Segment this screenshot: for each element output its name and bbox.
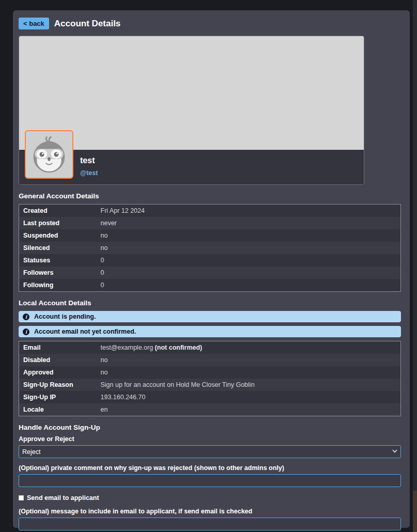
scrollbar-track[interactable] <box>413 0 417 532</box>
approve-reject-select-wrap: Reject <box>19 445 401 458</box>
notice-text: Account email not yet confirmed. <box>34 328 136 335</box>
table-row: Sign-Up ReasonSign up for an account on … <box>19 379 401 391</box>
page-header: < back Account Details <box>19 18 401 29</box>
table-row: Silencedno <box>19 242 401 254</box>
email-message-label: (Optional) message to include in email t… <box>19 508 401 515</box>
back-button[interactable]: < back <box>19 18 49 29</box>
display-name: test <box>80 156 364 165</box>
profile-card: test @test <box>19 36 364 185</box>
sloth-avatar <box>25 130 73 179</box>
private-comment-label: (Optional) private comment on why sign-u… <box>19 464 401 472</box>
email-message-input[interactable] <box>19 518 401 530</box>
table-row: Sign-Up IP193.160.246.70 <box>19 391 401 403</box>
send-email-label: Send email to applicant <box>27 494 99 502</box>
private-comment-input[interactable] <box>19 474 401 487</box>
table-row: Followers0 <box>19 267 401 279</box>
table-row: Last postednever <box>19 217 401 229</box>
page-title: Account Details <box>54 19 120 29</box>
send-email-checkbox[interactable] <box>19 495 24 500</box>
table-row: Localeen <box>19 403 401 416</box>
table-row: Disabledno <box>19 354 401 366</box>
table-row: Emailtest@example.org (not confirmed) <box>19 341 401 354</box>
general-details-table: CreatedFri Apr 12 2024 Last postednever … <box>19 204 401 292</box>
email-not-confirmed-note: (not confirmed) <box>155 344 203 351</box>
approve-reject-select[interactable]: Reject <box>19 445 401 458</box>
info-circle-icon: i <box>23 328 29 335</box>
table-row: Suspendedno <box>19 229 401 242</box>
general-details-heading: General Account Details <box>19 192 401 200</box>
account-handle[interactable]: @test <box>80 169 364 177</box>
notice-text: Account is pending. <box>34 313 96 320</box>
table-row: Approvedno <box>19 366 401 379</box>
account-details-panel: < back Account Details <box>13 10 410 528</box>
table-row: Statuses0 <box>19 254 401 267</box>
handle-signup-heading: Handle Account Sign-Up <box>19 424 401 431</box>
email-value: test@example.org <box>101 344 153 351</box>
send-email-row: Send email to applicant <box>19 494 401 502</box>
local-details-table: Emailtest@example.org (not confirmed) Di… <box>19 341 401 416</box>
local-details-heading: Local Account Details <box>19 299 401 307</box>
scrollbar-thumb[interactable] <box>413 491 417 532</box>
table-row: CreatedFri Apr 12 2024 <box>19 205 401 217</box>
pending-notice: i Account is pending. <box>19 311 401 322</box>
email-unconfirmed-notice: i Account email not yet confirmed. <box>19 326 401 337</box>
sloth-icon <box>28 133 70 176</box>
table-row: Following0 <box>19 279 401 292</box>
profile-bar: test @test <box>19 150 364 184</box>
approve-reject-label: Approve or Reject <box>19 435 401 443</box>
info-circle-icon: i <box>23 314 29 320</box>
